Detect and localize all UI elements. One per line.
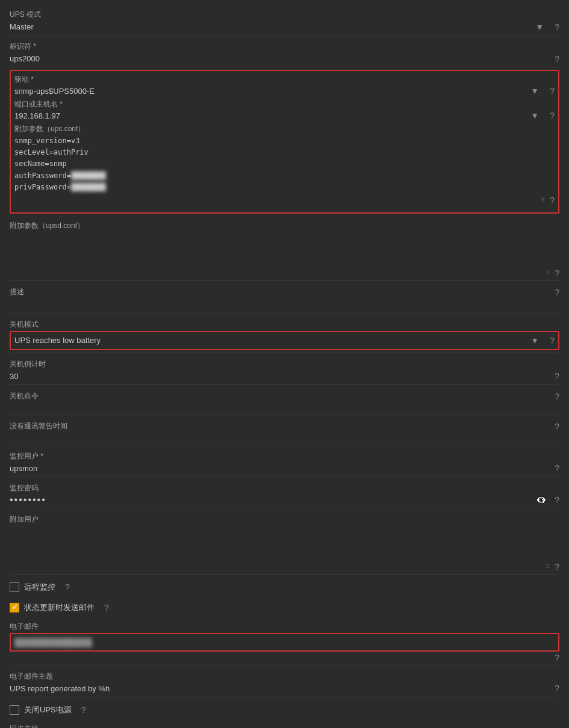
remote-monitor-label: 远程监控 <box>24 582 55 593</box>
email-label: 电子邮件 <box>10 622 559 632</box>
extra-users-label: 附加用户 <box>10 514 559 525</box>
shutdown-mode-dropdown-icon[interactable]: ▼ <box>530 336 539 345</box>
shutdown-timer-help-icon[interactable]: ? <box>555 371 559 381</box>
identifier-help-icon[interactable]: ? <box>555 54 559 64</box>
ups-mode-field: UPS 模式 Master ▼ ? <box>10 6 559 35</box>
extra-params-upsconf-label: 附加参数（ups.conf） <box>14 124 555 134</box>
extra-users-help-icon[interactable]: ? <box>555 562 559 572</box>
description-field: 描述 ? <box>10 283 559 313</box>
no-comm-warn-label: 没有通讯警告时间 <box>10 421 67 431</box>
ups-mode-help-icon[interactable]: ? <box>555 22 559 32</box>
email-box: ██████████████ <box>10 633 559 652</box>
shutdown-mode-box: UPS reaches low battery ▼ ? <box>10 331 559 350</box>
monitor-pwd-field: 监控密码 •••••••• 👁‍🗨 ? <box>10 480 559 508</box>
shutdown-ups-label: 关闭UPS电源 <box>24 705 72 715</box>
email-subject-field: 电子邮件主题 UPS report generated by %h ? <box>10 668 559 697</box>
no-comm-warn-field: 没有通讯警告时间 ? <box>10 418 559 445</box>
email-field: 电子邮件 ██████████████ ? <box>10 618 559 665</box>
extra-params-upsdconf-resize-icon[interactable]: ⠿ <box>546 270 550 276</box>
monitor-user-help-icon[interactable]: ? <box>555 463 559 473</box>
driver-field: 驱动 * snmp-ups$UPS5000-E ▼ ? <box>14 75 555 96</box>
shutdown-mode-help-icon[interactable]: ? <box>550 336 555 345</box>
send-email-row: ✓ 状态更新时发送邮件 ? <box>10 597 559 618</box>
extra-params-upsconf-field: 附加参数（ups.conf） snmp_version=v3 secLevel=… <box>14 124 555 205</box>
driver-value[interactable]: snmp-ups$UPS5000-E <box>14 87 518 96</box>
driver-config-box: 驱动 * snmp-ups$UPS5000-E ▼ ? 端口或主机名 * 192… <box>10 70 559 214</box>
port-help-icon[interactable]: ? <box>550 111 555 120</box>
description-label: 描述 <box>10 287 24 297</box>
shutdown-cmd-field: 关机命令 ? <box>10 387 559 415</box>
monitor-pwd-value[interactable]: •••••••• <box>10 495 46 505</box>
page-container: UPS 模式 Master ▼ ? 标识符 * ups2000 ? 驱动 * s… <box>0 0 569 728</box>
shutdown-mode-value: UPS reaches low battery <box>14 336 101 345</box>
port-value[interactable]: 192.168.1.97 <box>14 111 518 120</box>
shutdown-cmd-label: 关机命令 <box>10 391 39 401</box>
port-label: 端口或主机名 * <box>14 99 555 110</box>
monitor-pwd-label: 监控密码 <box>10 483 559 493</box>
shutdown-mode-label: 关机模式 <box>10 319 559 330</box>
description-help-icon[interactable]: ? <box>555 288 559 297</box>
send-email-label: 状态更新时发送邮件 <box>24 602 95 613</box>
extra-params-upsdconf-label: 附加参数（upsd.conf） <box>10 221 559 231</box>
email-help-icon[interactable]: ? <box>555 653 559 662</box>
extra-users-resize-icon[interactable]: ⠿ <box>546 563 550 570</box>
port-dropdown-icon[interactable]: ▼ <box>530 111 539 120</box>
send-email-help-icon[interactable]: ? <box>104 603 109 612</box>
ups-mode-label: UPS 模式 <box>10 10 559 20</box>
extra-params-resize-icon[interactable]: ⠿ <box>541 197 545 203</box>
ups-mode-dropdown-icon[interactable]: ▼ <box>535 22 544 32</box>
extra-params-upsconf-value[interactable]: snmp_version=v3 secLevel=authPriv secNam… <box>14 135 555 193</box>
email-subject-label: 电子邮件主题 <box>10 671 559 682</box>
send-email-checkbox[interactable]: ✓ <box>10 603 19 612</box>
shutdown-timer-field: 关机倒计时 30 ? <box>10 356 559 385</box>
monitor-pwd-help-icon[interactable]: ? <box>555 495 559 505</box>
extra-params-upsdconf-field: 附加参数（upsd.conf） ⠿ ? <box>10 217 559 281</box>
shutdown-timer-value[interactable]: 30 <box>10 371 535 382</box>
sync-host-label: 同步主机 <box>10 724 559 728</box>
monitor-user-label: 监控用户 * <box>10 451 559 461</box>
shutdown-mode-field: 关机模式 UPS reaches low battery ▼ ? <box>10 316 559 353</box>
shutdown-cmd-help-icon[interactable]: ? <box>555 392 559 401</box>
no-comm-warn-help-icon[interactable]: ? <box>555 422 559 431</box>
extra-params-upsdconf-help-icon[interactable]: ? <box>555 268 559 278</box>
shutdown-ups-row: 关闭UPS电源 ? <box>10 700 559 720</box>
identifier-value[interactable]: ups2000 <box>10 53 535 64</box>
sync-host-field: 同步主机 15 ? <box>10 720 559 728</box>
extra-params-help-icon[interactable]: ? <box>550 196 555 205</box>
remote-monitor-checkbox[interactable] <box>10 582 19 592</box>
monitor-user-field: 监控用户 * upsmon ? <box>10 448 559 477</box>
identifier-label: 标识符 * <box>10 42 559 52</box>
port-field: 端口或主机名 * 192.168.1.97 ▼ ? <box>14 99 555 120</box>
email-subject-help-icon[interactable]: ? <box>555 683 559 693</box>
monitor-user-value[interactable]: upsmon <box>10 463 535 474</box>
email-value[interactable]: ██████████████ <box>14 638 92 647</box>
show-password-icon[interactable]: 👁‍🗨 <box>536 495 546 505</box>
shutdown-timer-label: 关机倒计时 <box>10 359 559 369</box>
ups-mode-value: Master <box>10 21 535 32</box>
shutdown-ups-help-icon[interactable]: ? <box>81 705 86 715</box>
extra-users-field: 附加用户 ⠿ ? <box>10 511 559 575</box>
email-subject-value[interactable]: UPS report generated by %h <box>10 683 535 694</box>
driver-dropdown-icon[interactable]: ▼ <box>530 86 539 96</box>
driver-label: 驱动 * <box>14 75 555 85</box>
driver-help-icon[interactable]: ? <box>550 86 555 96</box>
remote-monitor-help-icon[interactable]: ? <box>65 582 70 592</box>
remote-monitor-row: 远程监控 ? <box>10 577 559 597</box>
identifier-field: 标识符 * ups2000 ? <box>10 38 559 67</box>
shutdown-ups-checkbox[interactable] <box>10 705 19 715</box>
